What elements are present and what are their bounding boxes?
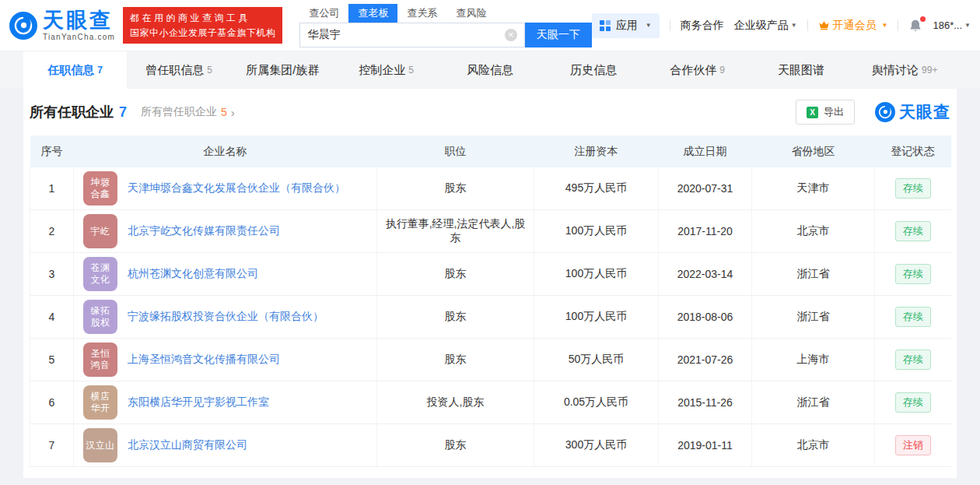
clear-icon[interactable]: ×	[505, 29, 517, 41]
row-index: 1	[30, 167, 74, 210]
logo-title: 天眼查	[43, 10, 115, 31]
nav-tab-count: 9	[719, 65, 725, 76]
column-header: 序号	[30, 135, 74, 167]
search-input[interactable]	[307, 29, 504, 41]
watermark-logo-icon	[875, 102, 895, 122]
company-link[interactable]: 天津坤塬合鑫文化发展合伙企业（有限合伙）	[128, 181, 345, 195]
tianyancha-logo-icon	[9, 12, 37, 40]
top-nav: 应用 ▼ 商务合作 企业级产品 ▼ 开通会员 ▼ 186*...	[592, 13, 971, 38]
caret-down-icon: ▼	[791, 22, 797, 29]
status-badge: 存续	[895, 178, 931, 199]
nav-tab-count: 7	[97, 65, 103, 76]
tianyancha-logo[interactable]: 天眼查 TianYanCha.com	[9, 10, 115, 41]
position-cell: 股东	[377, 296, 534, 339]
company-badge: 宇屹	[83, 214, 117, 248]
region-cell: 北京市	[752, 210, 875, 253]
table-row: 1 坤塬合鑫 天津坤塬合鑫文化发展合伙企业（有限合伙） 股东 495万人民币 2…	[30, 167, 951, 210]
row-index: 6	[30, 381, 74, 424]
nav-tab[interactable]: 任职信息 7	[23, 51, 127, 89]
region-cell: 北京市	[752, 424, 875, 467]
search-tab[interactable]: 查老板	[348, 4, 397, 23]
nav-tab[interactable]: 天眼图谱	[749, 51, 852, 89]
capital-cell: 50万人民币	[534, 339, 659, 381]
founded-date-cell: 2017-11-20	[659, 210, 752, 253]
status-badge: 存续	[895, 350, 931, 370]
excel-icon: X	[807, 107, 818, 118]
status-cell: 存续	[875, 381, 951, 424]
search-tabs: 查公司查老板查关系查风险	[299, 4, 591, 23]
founded-date-cell: 2022-03-14	[659, 253, 752, 296]
vip-upgrade-link[interactable]: 开通会员 ▼	[818, 19, 888, 33]
search-tab[interactable]: 查风险	[446, 4, 495, 23]
nav-tab[interactable]: 风险信息	[438, 51, 541, 89]
enterprise-products-menu[interactable]: 企业级产品 ▼	[734, 19, 797, 33]
company-cell: 宇屹 北京宇屹文化传媒有限责任公司	[74, 210, 377, 253]
section-title-count: 7	[119, 104, 127, 121]
company-cell: 圣恒鸿音 上海圣恒鸿音文化传播有限公司	[74, 339, 377, 381]
company-link[interactable]: 北京汉立山商贸有限公司	[128, 438, 247, 452]
company-link[interactable]: 宁波缘拓股权投资合伙企业（有限合伙）	[128, 310, 324, 324]
nav-tab-count: 5	[207, 65, 212, 76]
capital-cell: 0.05万人民币	[534, 381, 659, 424]
status-cell: 存续	[875, 167, 951, 210]
nav-tab-label: 所属集团/族群	[246, 63, 319, 78]
company-cell: 苍渊文化 杭州苍渊文化创意有限公司	[74, 253, 377, 296]
apps-menu[interactable]: 应用 ▼	[592, 13, 660, 38]
company-badge: 圣恒鸿音	[83, 343, 117, 377]
watermark-label: 天眼查	[899, 101, 950, 123]
search-button[interactable]: 天眼一下	[525, 23, 592, 47]
chevron-right-icon: ›	[231, 106, 235, 119]
company-link[interactable]: 东阳横店华开见宇影视工作室	[128, 395, 269, 409]
nav-tab[interactable]: 曾任职信息 5	[127, 51, 230, 89]
status-cell: 注销	[875, 424, 951, 467]
column-header: 企业名称	[74, 135, 377, 167]
apps-grid-icon	[600, 20, 611, 31]
company-link[interactable]: 上海圣恒鸿音文化传播有限公司	[128, 353, 280, 367]
column-header: 成立日期	[659, 135, 752, 167]
table-row: 4 缘拓股权 宁波缘拓股权投资合伙企业（有限合伙） 股东 100万人民币 201…	[30, 296, 951, 339]
slogan-badge: 都在用的商业查询工具 国家中小企业发展子基金旗下机构	[123, 7, 283, 44]
table-row: 5 圣恒鸿音 上海圣恒鸿音文化传播有限公司 股东 50万人民币 2021-07-…	[30, 339, 951, 381]
nav-tab[interactable]: 合作伙伴 9	[646, 51, 749, 89]
row-index: 4	[30, 296, 74, 339]
export-button[interactable]: X 导出	[796, 100, 855, 125]
company-cell: 汉立山 北京汉立山商贸有限公司	[74, 424, 377, 467]
nav-tab-count: 5	[408, 65, 414, 76]
region-cell: 浙江省	[752, 381, 875, 424]
business-coop-link[interactable]: 商务合作	[681, 19, 724, 33]
nav-tab[interactable]: 舆情讨论 99+	[853, 51, 957, 89]
company-badge: 坤塬合鑫	[83, 171, 117, 206]
company-link[interactable]: 北京宇屹文化传媒有限责任公司	[128, 224, 280, 238]
nav-tab-label: 控制企业	[359, 63, 405, 78]
position-cell: 股东	[377, 424, 534, 467]
notifications-bell[interactable]	[908, 19, 922, 33]
search-tab[interactable]: 查公司	[299, 4, 348, 23]
nav-tab[interactable]: 控制企业 5	[334, 51, 438, 89]
search-tab[interactable]: 查关系	[397, 4, 446, 23]
nav-tab[interactable]: 历史信息	[542, 51, 646, 89]
nav-tab[interactable]: 所属集团/族群	[231, 51, 334, 89]
capital-cell: 495万人民币	[534, 167, 659, 210]
section-title: 所有任职企业	[30, 103, 114, 121]
company-link[interactable]: 杭州苍渊文化创意有限公司	[128, 267, 258, 281]
nav-tab-label: 合作伙伴	[670, 63, 716, 78]
company-badge: 汉立山	[83, 428, 117, 462]
row-index: 5	[30, 339, 74, 381]
nav-tab-label: 风险信息	[467, 63, 513, 78]
founded-date-cell: 2018-08-06	[659, 296, 752, 339]
status-cell: 存续	[875, 296, 951, 339]
search-input-box: ×	[299, 23, 524, 47]
top-header: 天眼查 TianYanCha.com 都在用的商业查询工具 国家中小企业发展子基…	[0, 0, 980, 51]
column-header: 省份地区	[752, 135, 875, 167]
region-cell: 浙江省	[752, 253, 875, 296]
account-phone: 186*...	[933, 19, 962, 31]
nav-tab-count: 99+	[922, 65, 937, 76]
founded-date-cell: 2020-07-31	[659, 167, 752, 210]
capital-cell: 300万人民币	[534, 424, 659, 467]
divider	[807, 19, 808, 31]
founded-date-cell: 2015-11-26	[659, 381, 752, 424]
former-positions-link[interactable]: 所有曾任职企业 5 ›	[141, 105, 235, 119]
logo-subtitle: TianYanCha.com	[43, 33, 115, 41]
account-menu[interactable]: 186*... ▼	[933, 19, 971, 31]
positions-table: 序号企业名称职位注册资本成立日期省份地区登记状态 1 坤塬合鑫 天津坤塬合鑫文化…	[30, 135, 951, 467]
